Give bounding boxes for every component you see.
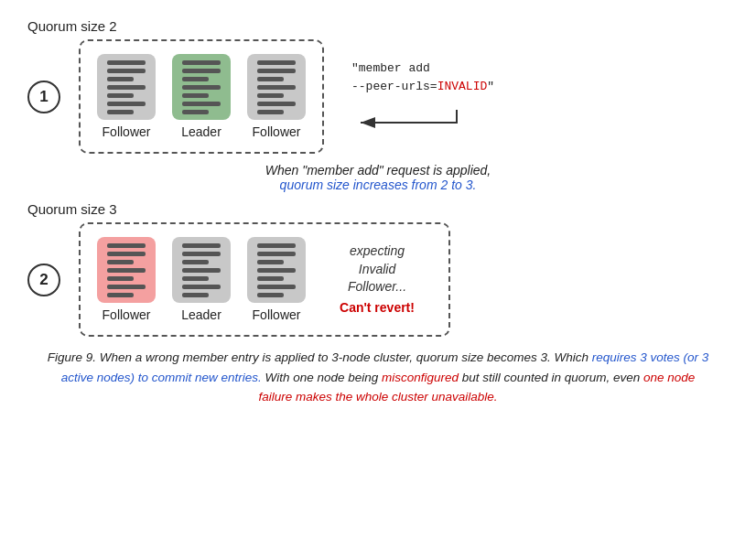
line	[107, 268, 146, 273]
line-short	[257, 276, 284, 281]
line	[257, 268, 296, 273]
line-short	[257, 110, 284, 114]
leader-label-2: Leader	[181, 307, 221, 322]
line-short	[107, 77, 134, 81]
line	[182, 268, 221, 273]
follower-pink-label: Follower	[103, 307, 151, 322]
code-line-1: "member add	[351, 59, 494, 78]
line-short	[107, 276, 134, 281]
server-lines	[182, 60, 221, 114]
line	[107, 69, 146, 73]
node-leader-1: Leader	[172, 54, 231, 139]
follower-label-3: Follower	[253, 307, 301, 322]
line	[182, 252, 221, 256]
line	[182, 285, 221, 289]
line	[257, 285, 296, 289]
line	[182, 102, 221, 106]
line	[182, 85, 221, 90]
line-short	[257, 77, 284, 81]
code-line-2: --peer-urls=INVALID"	[351, 78, 494, 96]
expecting-text: expectingInvalidFollower...	[322, 242, 432, 296]
node-leader-2: Leader	[172, 237, 231, 322]
line	[182, 60, 221, 65]
follower-label-1: Follower	[103, 124, 151, 139]
follower-label-2: Follower	[253, 124, 301, 139]
step-circle-1: 1	[27, 81, 60, 113]
line	[107, 60, 146, 65]
line-short	[182, 293, 209, 297]
line	[182, 69, 221, 73]
node-follower-3: Follower	[247, 237, 306, 322]
node-follower-1: Follower	[97, 54, 156, 139]
line-short	[107, 293, 134, 297]
line	[107, 85, 146, 90]
figure-caption: Figure 9. When a wrong member entry is a…	[27, 348, 729, 407]
line	[257, 252, 296, 256]
line	[107, 243, 146, 248]
section1: Quorum size 2 1 Follower	[27, 18, 729, 154]
server-lines	[107, 60, 146, 114]
dashed-box-1: Follower Leader	[79, 39, 324, 154]
quorum-label-2: Quorum size 3	[27, 201, 729, 217]
caption-text: When "member add" request is applied, qu…	[27, 163, 729, 192]
line-short	[257, 260, 284, 264]
line	[107, 285, 146, 289]
line	[107, 252, 146, 256]
server-icon-leader-1	[172, 54, 231, 120]
line	[107, 102, 146, 106]
server-icon-follower-pink	[97, 237, 156, 303]
line	[182, 243, 221, 248]
section2-extra: expectingInvalidFollower... Can't revert…	[322, 242, 432, 322]
section1-right: "member add --peer-urls=INVALID"	[351, 59, 494, 134]
server-icon-follower-3	[247, 237, 306, 303]
line-short	[107, 110, 134, 114]
dashed-box-2: Follower Leader	[79, 222, 450, 337]
step-circle-2: 2	[27, 264, 60, 296]
line-short	[182, 276, 209, 281]
arrow-svg	[351, 102, 461, 130]
server-icon-follower-1	[97, 54, 156, 120]
server-lines	[182, 243, 221, 297]
server-lines	[107, 243, 146, 297]
cant-revert-text: Can't revert!	[340, 300, 415, 315]
server-icon-leader-2	[172, 237, 231, 303]
line-short	[257, 93, 284, 98]
line	[257, 60, 296, 65]
line-short	[107, 260, 134, 264]
line	[257, 69, 296, 73]
quorum-label-1: Quorum size 2	[27, 18, 729, 34]
node-follower-pink: Follower	[97, 237, 156, 322]
server-icon-follower-2	[247, 54, 306, 120]
line-short	[182, 110, 209, 114]
line	[257, 85, 296, 90]
server-lines	[257, 60, 296, 114]
arrow-right-section1	[351, 102, 461, 134]
line-short	[182, 260, 209, 264]
line	[257, 102, 296, 106]
line	[257, 243, 296, 248]
line-short	[257, 293, 284, 297]
leader-label-1: Leader	[181, 124, 221, 139]
node-follower-2: Follower	[247, 54, 306, 139]
line-short	[182, 77, 209, 81]
code-block: "member add --peer-urls=INVALID"	[351, 59, 494, 95]
line-short	[107, 93, 134, 98]
server-lines	[257, 243, 296, 297]
section2: Quorum size 3 2 Follower	[27, 201, 729, 337]
line-short	[182, 93, 209, 98]
